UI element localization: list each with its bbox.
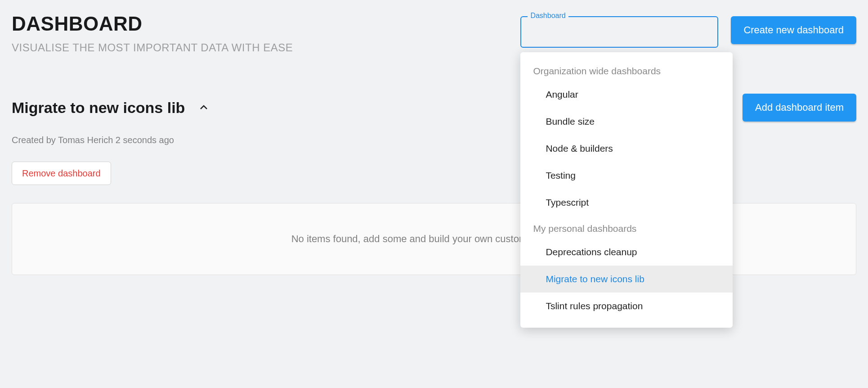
dropdown-item-bundle-size[interactable]: Bundle size (520, 108, 733, 135)
dropdown-item-deprecations-cleanup[interactable]: Deprecations cleanup (520, 239, 733, 266)
chevron-up-icon[interactable] (198, 102, 209, 113)
dropdown-item-node-builders[interactable]: Node & builders (520, 135, 733, 162)
dropdown-item-testing[interactable]: Testing (520, 162, 733, 189)
dashboard-select-label: Dashboard (528, 12, 568, 20)
page-subtitle: VISUALISE THE MOST IMPORTANT DATA WITH E… (12, 41, 520, 54)
add-dashboard-item-button[interactable]: Add dashboard item (743, 94, 856, 122)
remove-dashboard-button[interactable]: Remove dashboard (12, 162, 111, 185)
dropdown-item-migrate-icons[interactable]: Migrate to new icons lib (520, 266, 733, 293)
dropdown-item-typescript[interactable]: Typescript (520, 189, 733, 216)
create-dashboard-button[interactable]: Create new dashboard (731, 16, 856, 44)
dashboard-select[interactable]: Dashboard (520, 16, 718, 48)
dropdown-item-tslint-rules[interactable]: Tslint rules propagation (520, 293, 733, 320)
dropdown-item-angular[interactable]: Angular (520, 81, 733, 108)
current-dashboard-title: Migrate to new icons lib (12, 99, 185, 117)
dropdown-group-label-personal: My personal dashboards (520, 216, 733, 239)
page-title: DASHBOARD (12, 13, 520, 35)
dashboard-select-dropdown: Organization wide dashboards Angular Bun… (520, 52, 733, 328)
dropdown-group-label-org: Organization wide dashboards (520, 59, 733, 81)
